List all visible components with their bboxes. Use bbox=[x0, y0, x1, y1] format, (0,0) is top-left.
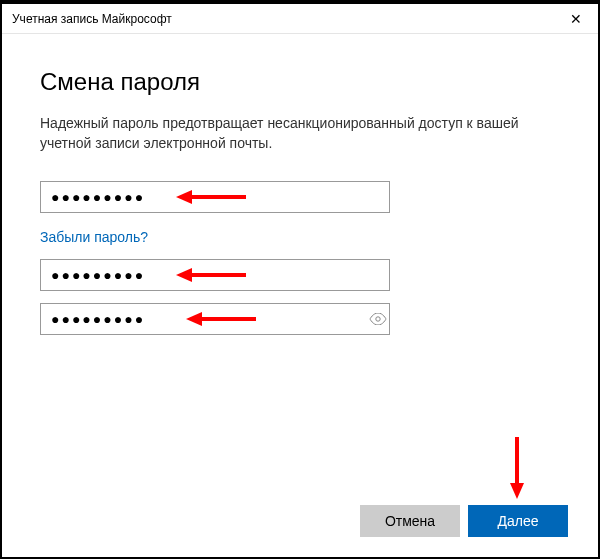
confirm-password-row bbox=[40, 303, 560, 335]
dialog-window: Учетная запись Майкрософт ✕ Смена пароля… bbox=[0, 0, 600, 559]
reveal-password-icon[interactable] bbox=[367, 303, 389, 335]
current-password-row bbox=[40, 181, 560, 213]
forgot-password-link[interactable]: Забыли пароль? bbox=[40, 229, 148, 245]
current-password-input[interactable] bbox=[40, 181, 390, 213]
svg-marker-8 bbox=[510, 483, 524, 499]
titlebar: Учетная запись Майкрософт ✕ bbox=[2, 4, 598, 34]
close-button[interactable]: ✕ bbox=[553, 4, 598, 34]
new-password-row bbox=[40, 259, 560, 291]
next-button[interactable]: Далее bbox=[468, 505, 568, 537]
svg-point-4 bbox=[376, 317, 380, 321]
confirm-password-input[interactable] bbox=[40, 303, 390, 335]
new-password-input[interactable] bbox=[40, 259, 390, 291]
content-area: Смена пароля Надежный пароль предотвраща… bbox=[2, 34, 598, 335]
page-title: Смена пароля bbox=[40, 68, 560, 96]
annotation-arrow-icon bbox=[508, 437, 526, 499]
footer-buttons: Отмена Далее bbox=[360, 505, 568, 537]
window-title: Учетная запись Майкрософт bbox=[12, 12, 172, 26]
page-description: Надежный пароль предотвращает несанкцион… bbox=[40, 114, 560, 153]
close-icon: ✕ bbox=[570, 11, 582, 27]
cancel-button[interactable]: Отмена bbox=[360, 505, 460, 537]
